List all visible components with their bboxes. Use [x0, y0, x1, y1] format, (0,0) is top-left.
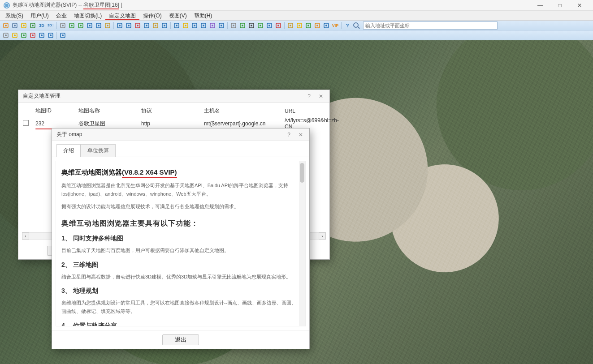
- title-bar[interactable]: 奥维互动地图浏览器(SVIP) -- 谷歌卫星图[16] [ — □ ✕: [0, 0, 593, 11]
- menu-自定义地图[interactable]: 自定义地图: [105, 11, 139, 20]
- scroll-right-icon[interactable]: ›: [319, 232, 326, 240]
- help-icon[interactable]: ?: [286, 132, 292, 138]
- 3d-icon[interactable]: 3D: [38, 21, 46, 30]
- cell-host: mt{$serverpart}.google.cn: [204, 120, 285, 127]
- col-name[interactable]: 地图名称: [78, 107, 141, 115]
- about-body[interactable]: 奥维互动地图浏览器(V8.8.2 X64 SVIP) 奥维互动地图浏览器是由北京…: [56, 161, 306, 326]
- select-box-icon[interactable]: [59, 31, 67, 39]
- svg-point-33: [176, 25, 177, 26]
- feature-heading: 4、 位置与轨迹分享: [61, 322, 300, 326]
- menu-用户[interactable]: 用户(U): [27, 11, 52, 20]
- custom-map-table: 地图ID 地图名称 协议 主机名 URL 232 谷歌卫星图 http mt{$…: [18, 103, 329, 130]
- flag-icon[interactable]: [182, 21, 190, 30]
- sync-icon[interactable]: [95, 21, 103, 30]
- about-paragraph: 奥维互动地图浏览器是由北京元生华网公司开发的基于天地图API、Baidu API…: [61, 181, 300, 198]
- polyline-icon[interactable]: [190, 21, 199, 30]
- svg-point-57: [290, 25, 291, 26]
- menu-企业[interactable]: 企业: [52, 11, 70, 20]
- svg-point-59: [299, 25, 300, 26]
- help-icon[interactable]: ?: [306, 93, 312, 99]
- home-icon[interactable]: [2, 21, 10, 30]
- eye-icon[interactable]: [143, 21, 151, 30]
- cell-protocol: http: [141, 120, 204, 127]
- scroll-left-icon[interactable]: ‹: [22, 232, 29, 240]
- menu-帮助[interactable]: 帮助(H): [190, 11, 216, 20]
- shapes-icon[interactable]: [208, 21, 216, 30]
- text-icon[interactable]: [247, 21, 255, 30]
- star-icon[interactable]: [20, 21, 28, 30]
- pin-icon[interactable]: [11, 31, 19, 39]
- folder-check-icon[interactable]: [151, 21, 160, 30]
- info-blue-icon[interactable]: [322, 21, 330, 30]
- checklist-icon[interactable]: [173, 21, 181, 30]
- maximize-button[interactable]: □: [550, 0, 570, 10]
- about-dialog-title: 关于 omap: [56, 131, 286, 138]
- close-icon[interactable]: ✕: [297, 132, 305, 138]
- grid-icon[interactable]: [29, 21, 37, 30]
- col-host[interactable]: 主机名: [204, 107, 285, 115]
- svg-point-47: [242, 25, 243, 26]
- undo-icon[interactable]: [68, 21, 76, 30]
- chart-icon[interactable]: [304, 21, 312, 30]
- crop-icon[interactable]: [47, 31, 55, 39]
- minimize-button[interactable]: —: [530, 0, 550, 10]
- zoom-fit-icon[interactable]: [38, 31, 46, 39]
- col-protocol[interactable]: 协议: [141, 107, 204, 115]
- row-checkbox[interactable]: [23, 120, 29, 126]
- about-dialog-titlebar[interactable]: 关于 omap ? ✕: [52, 128, 309, 141]
- question-icon[interactable]: ?: [343, 21, 351, 30]
- marker-yellow-icon[interactable]: [295, 21, 303, 30]
- refresh-icon[interactable]: [86, 21, 94, 30]
- tab-unit-convert[interactable]: 单位换算: [81, 144, 116, 157]
- close-button[interactable]: ✕: [570, 0, 589, 10]
- user-icon[interactable]: [11, 21, 19, 30]
- list-icon[interactable]: [160, 21, 169, 30]
- features-heading: 奥维互动地图浏览器主要具有以下功能：: [61, 219, 300, 228]
- copy-icon[interactable]: [265, 21, 273, 30]
- svg-point-61: [307, 25, 309, 26]
- map-canvas[interactable]: 自定义地图管理 ? ✕ 地图ID 地图名称 协议 主机名 URL 232: [0, 40, 593, 364]
- info-icon[interactable]: [313, 21, 321, 30]
- svg-point-73: [32, 34, 34, 36]
- polygon-icon[interactable]: [199, 21, 208, 30]
- tab-intro[interactable]: 介绍: [56, 144, 81, 157]
- scroll-thumb[interactable]: [300, 163, 304, 183]
- menu-操作[interactable]: 操作(O): [139, 11, 165, 20]
- custom-map-dialog-title: 自定义地图管理: [23, 92, 306, 100]
- menu-系统[interactable]: 系统(S): [2, 11, 27, 20]
- save-as-icon[interactable]: [125, 21, 133, 30]
- custom-map-dialog-titlebar[interactable]: 自定义地图管理 ? ✕: [18, 90, 329, 103]
- vip-icon[interactable]: VIP: [331, 21, 339, 30]
- svg-point-29: [155, 25, 156, 26]
- wrench-icon[interactable]: [59, 21, 67, 30]
- save-icon[interactable]: [116, 21, 124, 30]
- lasso-sub-icon[interactable]: [29, 31, 37, 39]
- 3d-layers-icon[interactable]: 3D↕: [47, 21, 55, 30]
- col-url[interactable]: URL: [285, 108, 325, 114]
- svg-point-5: [23, 25, 25, 26]
- redo-icon[interactable]: [77, 21, 85, 30]
- menu-地图切换[interactable]: 地图切换(L): [70, 11, 106, 20]
- target-icon[interactable]: [134, 21, 142, 30]
- ruler-icon[interactable]: [286, 21, 294, 30]
- svg-point-71: [23, 34, 25, 36]
- compass-icon[interactable]: [238, 21, 247, 30]
- menu-视图[interactable]: 视图(V): [165, 11, 190, 20]
- scissors-icon[interactable]: [274, 21, 282, 30]
- circle-icon[interactable]: [217, 21, 225, 30]
- search-input[interactable]: [363, 21, 498, 30]
- lasso-add-icon[interactable]: [20, 31, 28, 39]
- gear-icon[interactable]: [2, 31, 10, 39]
- unlock-icon[interactable]: [229, 21, 238, 30]
- col-id[interactable]: 地图ID: [35, 107, 78, 115]
- exit-button[interactable]: 退出: [162, 334, 199, 345]
- close-icon[interactable]: ✕: [317, 93, 325, 99]
- svg-point-69: [14, 34, 16, 36]
- svg-point-79: [62, 34, 64, 36]
- svg-point-21: [119, 25, 121, 26]
- open-icon[interactable]: [104, 21, 112, 30]
- svg-point-37: [194, 25, 195, 26]
- image-icon[interactable]: [256, 21, 264, 30]
- search-icon[interactable]: [352, 21, 360, 30]
- vertical-scrollbar[interactable]: [299, 161, 305, 326]
